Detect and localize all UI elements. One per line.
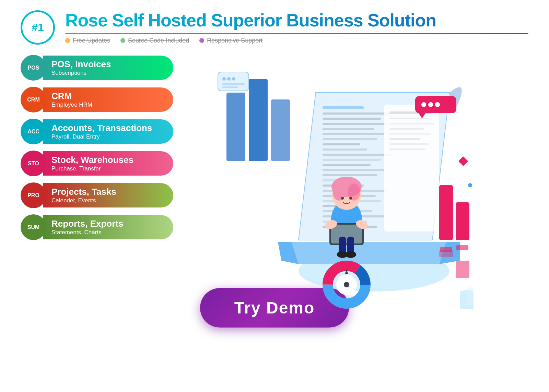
badge-source-code-label: Source Code Included (128, 37, 189, 44)
svg-rect-24 (323, 174, 377, 176)
crm-icon-circle: CRM (21, 87, 46, 112)
badge-responsive-label: Responsive Support (207, 37, 262, 44)
crm-subtitle: Employee HRM (51, 102, 166, 108)
svg-point-81 (344, 282, 349, 287)
svg-rect-71 (440, 247, 452, 252)
crm-bar: CRM Employee HRM (43, 87, 173, 112)
pro-title: Projects, Tasks (51, 187, 166, 197)
pro-subtitle: Calender, Events (51, 197, 166, 204)
svg-point-61 (345, 251, 356, 258)
svg-point-65 (428, 102, 433, 107)
svg-rect-22 (323, 164, 371, 166)
badge-source-code: Source Code Included (120, 37, 189, 44)
feature-item-pro: PRO Projects, Tasks Calender, Events (21, 182, 185, 208)
dot-purple-icon (199, 38, 204, 43)
svg-rect-67 (439, 185, 453, 240)
svg-point-4 (222, 77, 226, 81)
sum-title: Reports, Exports (51, 218, 166, 229)
feature-item-sum: SUM Reports, Exports Statements, Charts (21, 214, 185, 240)
illustration-area (199, 51, 528, 309)
svg-rect-42 (389, 143, 429, 145)
divider (65, 33, 528, 34)
sum-code: SUM (27, 224, 40, 230)
feature-item-pos: POS POS, Invoices Subscriptions (21, 55, 185, 81)
main-illustration (199, 51, 474, 309)
svg-point-74 (468, 183, 472, 187)
sto-code: STO (28, 161, 39, 167)
dot-green-icon (120, 38, 125, 43)
sum-bar: Reports, Exports Statements, Charts (43, 215, 173, 239)
badge-free-updates: Free Updates (65, 37, 110, 44)
sto-title: Stock, Warehouses (51, 155, 166, 165)
svg-rect-17 (323, 138, 377, 140)
svg-point-53 (349, 197, 352, 200)
svg-rect-20 (323, 154, 391, 156)
svg-rect-12 (323, 112, 391, 115)
svg-rect-43 (389, 149, 425, 150)
svg-rect-38 (389, 123, 434, 124)
badge-free-updates-label: Free Updates (73, 37, 110, 44)
pos-code: POS (28, 65, 39, 71)
svg-rect-73 (458, 156, 468, 166)
svg-point-5 (227, 77, 231, 81)
svg-rect-69 (456, 202, 469, 240)
sum-icon-circle: SUM (21, 214, 46, 240)
svg-rect-21 (323, 159, 381, 161)
svg-marker-44 (292, 242, 446, 264)
crm-title: CRM (51, 91, 166, 102)
page-container: #1 Rose Self Hosted Superior Business So… (0, 0, 549, 392)
acc-subtitle: Payroll, Dual Entry (51, 133, 166, 140)
svg-point-64 (421, 102, 426, 107)
feature-item-crm: CRM CRM Employee HRM (21, 87, 185, 112)
pro-bar: Projects, Tasks Calender, Events (43, 183, 173, 207)
pro-code: PRO (27, 192, 39, 199)
svg-rect-16 (323, 133, 384, 135)
svg-rect-11 (323, 106, 364, 109)
acc-title: Accounts, Transactions (51, 123, 166, 133)
sum-subtitle: Statements, Charts (51, 229, 166, 236)
header: #1 Rose Self Hosted Superior Business So… (21, 10, 528, 45)
svg-rect-8 (222, 86, 238, 88)
crm-code: CRM (27, 97, 39, 103)
svg-point-6 (232, 77, 235, 81)
acc-bar: Accounts, Transactions Payroll, Dual Ent… (43, 119, 173, 144)
svg-rect-2 (271, 99, 290, 161)
svg-rect-41 (389, 138, 420, 140)
acc-code: ACC (27, 129, 39, 135)
pro-icon-circle: PRO (21, 182, 46, 208)
pos-bar: POS, Invoices Subscriptions (43, 56, 173, 80)
svg-rect-37 (389, 118, 427, 119)
svg-rect-18 (323, 143, 360, 145)
svg-point-52 (341, 197, 344, 200)
svg-rect-13 (323, 118, 381, 120)
content-area: POS POS, Invoices Subscriptions CRM CRM … (21, 51, 528, 309)
header-right: Rose Self Hosted Superior Business Solut… (65, 11, 528, 44)
svg-rect-0 (226, 93, 245, 161)
dot-orange-icon (65, 38, 70, 43)
svg-rect-15 (323, 128, 374, 130)
feature-item-acc: ACC Accounts, Transactions Payroll, Dual… (21, 119, 185, 144)
svg-rect-1 (249, 79, 268, 161)
features-list: POS POS, Invoices Subscriptions CRM CRM … (21, 55, 185, 240)
svg-rect-19 (323, 149, 367, 151)
sto-subtitle: Purchase, Transfer (51, 165, 166, 172)
svg-rect-55 (331, 225, 362, 243)
badge-responsive: Responsive Support (199, 37, 262, 44)
feature-badges: Free Updates Source Code Included Respon… (65, 37, 528, 44)
rank-number: #1 (32, 21, 44, 34)
sto-bar: Stock, Warehouses Purchase, Transfer (43, 151, 173, 176)
feature-item-sto: STO Stock, Warehouses Purchase, Transfer (21, 151, 185, 176)
svg-point-66 (435, 102, 440, 107)
main-title: Rose Self Hosted Superior Business Solut… (65, 11, 528, 30)
pos-title: POS, Invoices (51, 59, 166, 70)
svg-rect-39 (389, 128, 424, 130)
pos-subtitle: Subscriptions (51, 70, 166, 76)
pos-icon-circle: POS (21, 55, 46, 81)
svg-rect-23 (323, 169, 386, 171)
rank-badge: #1 (21, 10, 55, 45)
svg-rect-70 (456, 261, 469, 278)
acc-icon-circle: ACC (21, 119, 46, 144)
svg-rect-14 (323, 123, 388, 125)
svg-rect-40 (389, 133, 431, 135)
svg-rect-72 (456, 245, 468, 250)
